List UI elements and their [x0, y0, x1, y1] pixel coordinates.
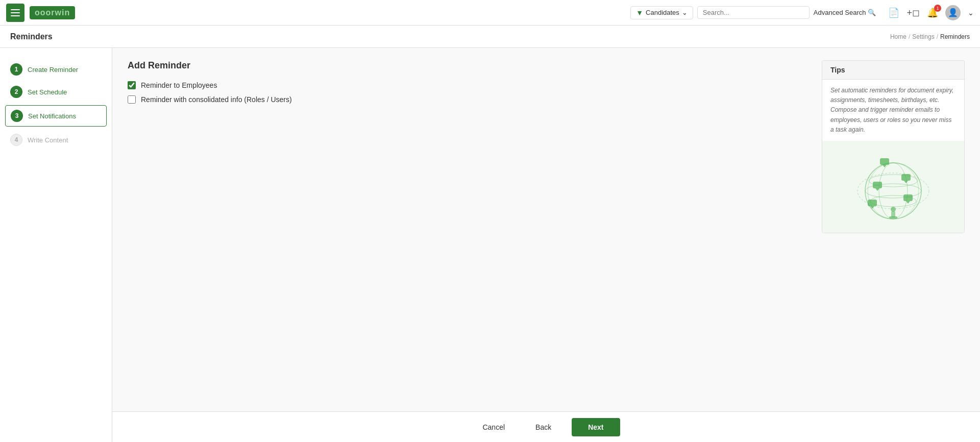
- svg-marker-13: [906, 201, 910, 204]
- main-content: Add Reminder Reminder to Employees Remin…: [112, 48, 980, 411]
- reminder-consolidated-checkbox[interactable]: [128, 95, 136, 104]
- step-4: 4 Write Content: [0, 129, 112, 151]
- step-2-label: Set Schedule: [28, 88, 67, 96]
- reminder-employees-checkbox[interactable]: [128, 81, 136, 89]
- next-button[interactable]: Next: [572, 418, 620, 436]
- back-button[interactable]: Back: [525, 419, 561, 435]
- breadcrumb-home[interactable]: Home: [890, 33, 906, 40]
- tips-illustration: [822, 141, 964, 233]
- svg-rect-18: [891, 211, 895, 217]
- tips-header: Tips: [822, 61, 964, 80]
- reminder-employees-label[interactable]: Reminder to Employees: [141, 81, 217, 89]
- globe-svg: [852, 146, 934, 228]
- advanced-search-link[interactable]: Advanced Search 🔍: [814, 9, 876, 16]
- step-2[interactable]: 2 Set Schedule: [0, 81, 112, 103]
- step-3-label: Set Notifications: [28, 112, 76, 120]
- svg-rect-12: [903, 194, 913, 201]
- filter-icon: ▼: [636, 9, 643, 17]
- search-icon: 🔍: [868, 9, 876, 16]
- nav-icons: 📄 +◻ 🔔 1 👤 ⌄: [888, 5, 974, 20]
- chevron-down-icon: ⌄: [682, 9, 688, 16]
- step-4-number: 4: [10, 134, 22, 146]
- breadcrumb-sep2: /: [937, 33, 938, 40]
- step-4-label: Write Content: [28, 136, 68, 144]
- filter-dropdown[interactable]: ▼ Candidates ⌄: [630, 6, 693, 19]
- step-1-number: 1: [10, 63, 22, 76]
- filter-label: Candidates: [646, 9, 679, 16]
- step-2-number: 2: [10, 86, 22, 98]
- hamburger-button[interactable]: [6, 4, 24, 22]
- breadcrumb: Home / Settings / Reminders: [890, 33, 970, 40]
- tips-box: Tips Set automatic reminders for documen…: [822, 60, 965, 233]
- cancel-button[interactable]: Cancel: [472, 419, 515, 435]
- svg-rect-8: [901, 174, 911, 181]
- reminder-consolidated-label[interactable]: Reminder with consolidated info (Roles /…: [141, 95, 292, 104]
- search-area: ▼ Candidates ⌄ Advanced Search 🔍 📄 +◻ 🔔 …: [630, 5, 974, 20]
- form-title: Add Reminder: [128, 60, 810, 71]
- logo-accent: o: [35, 8, 40, 17]
- sidebar: 1 Create Reminder 2 Set Schedule 3 Set N…: [0, 48, 112, 442]
- avatar-chevron[interactable]: ⌄: [968, 9, 974, 17]
- svg-rect-10: [873, 182, 882, 188]
- content-area: 1 Create Reminder 2 Set Schedule 3 Set N…: [0, 48, 980, 442]
- step-1[interactable]: 1 Create Reminder: [0, 58, 112, 81]
- svg-point-19: [891, 207, 896, 212]
- page-header: Reminders Home / Settings / Reminders: [0, 26, 980, 48]
- svg-marker-9: [904, 181, 908, 183]
- step-3[interactable]: 3 Set Notifications: [5, 105, 107, 127]
- logo: ooorwin: [30, 6, 75, 19]
- svg-rect-6: [880, 158, 889, 165]
- tips-text: Set automatic reminders for document exp…: [822, 80, 964, 141]
- search-input[interactable]: [703, 9, 804, 16]
- avatar[interactable]: 👤: [945, 5, 961, 20]
- footer-bar: Cancel Back Next: [112, 411, 980, 442]
- top-navigation: ooorwin ▼ Candidates ⌄ Advanced Search 🔍…: [0, 0, 980, 26]
- checkbox-row-1: Reminder to Employees: [128, 81, 810, 89]
- notification-badge: 1: [934, 5, 941, 12]
- notification-icon[interactable]: 🔔 1: [927, 7, 938, 18]
- breadcrumb-sep1: /: [909, 33, 910, 40]
- documents-icon[interactable]: 📄: [888, 7, 899, 18]
- step-3-number: 3: [11, 110, 23, 122]
- main-panel: Add Reminder Reminder to Employees Remin…: [112, 48, 980, 442]
- step-1-label: Create Reminder: [28, 66, 78, 73]
- page-title: Reminders: [10, 32, 53, 41]
- breadcrumb-settings[interactable]: Settings: [912, 33, 934, 40]
- tips-panel: Tips Set automatic reminders for documen…: [822, 60, 965, 399]
- svg-marker-7: [883, 165, 887, 167]
- breadcrumb-current: Reminders: [940, 33, 970, 40]
- search-box: [697, 6, 810, 19]
- checkbox-row-2: Reminder with consolidated info (Roles /…: [128, 95, 810, 104]
- form-section: Add Reminder Reminder to Employees Remin…: [128, 60, 810, 399]
- add-icon[interactable]: +◻: [906, 7, 920, 18]
